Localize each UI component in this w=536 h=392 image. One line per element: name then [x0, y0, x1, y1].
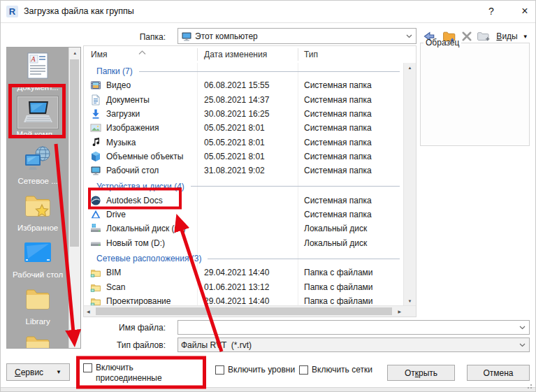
list-horizontal-scrollbar[interactable]: ◀ ▶ — [84, 305, 416, 317]
list-vertical-scrollbar[interactable]: ▲ ▼ — [403, 63, 416, 306]
group-divider-line — [139, 71, 400, 72]
file-name-cell: Рабочий стол — [84, 165, 197, 176]
sidebar-item[interactable]: Рабочий стол — [7, 235, 68, 282]
file-name: Drive — [106, 210, 126, 219]
svg-text:A: A — [31, 55, 36, 63]
file-type-cell: Системная папка — [298, 210, 404, 219]
cube-icon — [90, 151, 101, 162]
places-list: AДокумент...Мой комп...Сетевое ...Избран… — [7, 48, 68, 348]
netfolder-icon — [90, 267, 101, 278]
file-date-cell: 25.08.2021 14:37 — [197, 95, 298, 105]
file-type-cell: Папка с файлами — [298, 268, 404, 277]
checkbox-box[interactable] — [215, 365, 224, 375]
sidebar-item[interactable]: Areabook L... — [7, 328, 68, 348]
file-row[interactable]: DriveСистемная папка — [84, 208, 404, 222]
file-row[interactable]: Проектирование29.04.2021 14:40Папка с фа… — [84, 294, 404, 306]
sidebar-scroll-thumb[interactable] — [70, 59, 79, 247]
sidebar-scrollbar[interactable]: ▲ ▼ — [68, 48, 80, 348]
file-row[interactable]: Объемные объекты05.05.2021 8:01Системная… — [84, 150, 404, 164]
file-type-cell: Локальный диск — [298, 238, 404, 248]
file-name: Видео — [106, 80, 131, 90]
cancel-label: Отмена — [483, 368, 513, 378]
sb-desktop-icon — [24, 242, 52, 264]
sb-computer-icon — [22, 99, 53, 126]
sb-folder-icon — [24, 286, 52, 313]
checkbox-box[interactable] — [83, 363, 92, 372]
sidebar-item-iconbox — [17, 143, 58, 175]
close-button[interactable]: × — [515, 1, 535, 22]
group-name: Устройства и диски (4) — [96, 182, 184, 191]
filetype-select[interactable]: Файлы RVT (*.rvt) — [178, 337, 530, 352]
sidebar-item[interactable]: Library — [7, 282, 68, 328]
file-name-cell: Scan — [84, 282, 197, 293]
sidebar-item[interactable]: Избранное — [7, 188, 68, 235]
sidebar-item-label: Рабочий стол — [7, 270, 68, 279]
file-date-cell: 31.08.2021 9:02 — [197, 166, 298, 175]
file-name-cell: Autodesk Docs — [84, 195, 197, 206]
group-header-row[interactable]: Устройства и диски (4) — [84, 179, 404, 193]
scroll-up-icon[interactable]: ▲ — [69, 48, 80, 59]
sidebar-item[interactable]: Сетевое ... — [7, 141, 68, 188]
cancel-button[interactable]: Отмена — [467, 365, 530, 381]
filename-input[interactable] — [178, 320, 530, 335]
file-list: Имя Дата изменения Тип Папки (7)Видео06.… — [83, 45, 417, 317]
file-name: Новый том (D:) — [106, 238, 165, 248]
file-name-cell: Видео — [84, 80, 197, 91]
group-header-row[interactable]: Папки (7) — [84, 64, 404, 78]
file-date-cell: 06.08.2021 15:55 — [197, 80, 298, 90]
file-date-cell: 30.08.2021 16:25 — [197, 109, 298, 119]
netfolder-icon — [90, 282, 101, 293]
this-computer-icon — [181, 31, 192, 42]
file-row[interactable]: Изображения05.05.2021 8:01Системная папк… — [84, 121, 404, 135]
checkbox-include-grids[interactable]: Включить сетки — [299, 365, 372, 375]
help-button[interactable]: ? — [481, 1, 501, 22]
group-header-row[interactable]: Сетевые расположения (3) — [84, 252, 404, 266]
scroll-right-icon[interactable]: ▶ — [398, 309, 401, 314]
disk-d-icon — [90, 238, 101, 249]
file-row[interactable]: Локальный диск (C:)Локальный диск — [84, 222, 404, 235]
file-row[interactable]: Музыка05.05.2021 8:01Системная папка — [84, 135, 404, 149]
open-button[interactable]: Открыть — [387, 365, 455, 381]
folder-combobox[interactable]: Этот компьютер — [178, 28, 417, 44]
scroll-down-icon[interactable]: ▼ — [404, 299, 416, 303]
file-row[interactable]: Новый том (D:)Локальный диск — [84, 236, 404, 250]
scroll-down-icon[interactable]: ▼ — [69, 337, 80, 348]
file-row[interactable]: Рабочий стол31.08.2021 9:02Системная пап… — [84, 164, 404, 177]
column-header-name[interactable]: Имя — [91, 50, 107, 59]
sidebar-item[interactable]: AДокумент... — [7, 48, 68, 94]
file-type-cell: Папка с файлами — [298, 296, 404, 306]
file-name-cell: Проектирование — [84, 296, 197, 306]
open-label: Открыть — [405, 368, 437, 378]
file-row[interactable]: Scan01.06.2021 13:12Папка с файлами — [84, 280, 404, 293]
checkbox-include-levels[interactable]: Включить уровни — [215, 365, 295, 375]
file-name-cell: Документы — [84, 94, 197, 106]
file-row[interactable]: Загрузки30.08.2021 16:25Системная папка — [84, 107, 404, 121]
dropdown-arrow-icon: ▼ — [56, 369, 61, 375]
file-row[interactable]: Autodesk DocsСистемная папка — [84, 194, 404, 208]
column-header-date[interactable]: Дата изменения — [204, 50, 267, 59]
group-name: Сетевые расположения (3) — [96, 254, 201, 263]
dialog-title: Загрузка файла как группы — [24, 1, 134, 22]
document-icon — [90, 94, 101, 106]
file-name: Autodesk Docs — [106, 196, 163, 205]
chevron-down-icon — [406, 34, 412, 38]
picture-icon — [90, 122, 101, 133]
file-name: Документы — [106, 95, 150, 105]
filetype-value: Файлы RVT (*.rvt) — [181, 340, 252, 350]
sidebar-item[interactable]: Мой комп... — [7, 94, 68, 141]
file-name-cell: BIM — [84, 267, 197, 278]
file-row[interactable]: BIM29.04.2021 14:40Папка с файлами — [84, 266, 404, 280]
chevron-down-icon — [519, 343, 526, 347]
drive-icon — [90, 209, 101, 220]
checkbox-box[interactable] — [299, 365, 308, 375]
column-header-type[interactable]: Тип — [304, 50, 318, 59]
horizontal-scroll-thumb[interactable] — [96, 307, 392, 315]
file-row[interactable]: Видео06.08.2021 15:55Системная папка — [84, 78, 404, 92]
service-button[interactable]: Сервис ▼ — [6, 363, 70, 381]
scroll-left-icon[interactable]: ◀ — [87, 309, 90, 314]
scroll-up-icon[interactable]: ▲ — [404, 66, 416, 70]
file-row[interactable]: Документы25.08.2021 14:37Системная папка — [84, 93, 404, 107]
resize-grip[interactable] — [527, 382, 533, 389]
chevron-down-icon — [519, 326, 526, 330]
sb-favorites-icon — [23, 192, 52, 220]
